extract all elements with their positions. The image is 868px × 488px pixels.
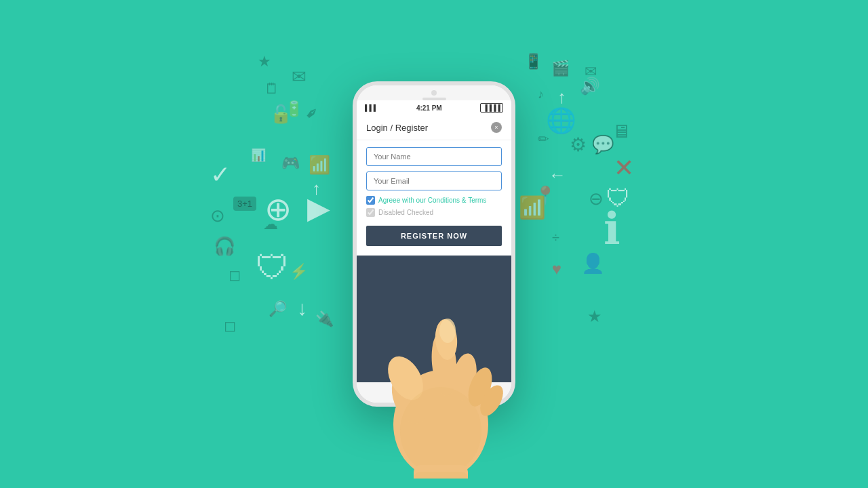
bg-icon-globe: 🌐 [546, 108, 576, 133]
bg-icon-cloud: ☁ [263, 217, 278, 232]
bg-icon-bolt: ⚡ [290, 264, 308, 279]
bg-icon-gamepad: 🎮 [281, 156, 300, 171]
bg-icon-music: ♪ [538, 88, 544, 100]
hand [373, 302, 509, 481]
agree-label: Agreee with our Conditions & Terms [378, 197, 486, 204]
bg-icon-star-right: ★ [587, 308, 602, 325]
modal-close-button[interactable]: × [491, 122, 502, 133]
bg-icon-3plus1: 3+1 [233, 197, 256, 211]
bg-icon-heart: ♥ [552, 261, 561, 277]
agree-terms-row: Agreee with our Conditions & Terms [366, 196, 502, 205]
bg-icon-doc: 🗒 [264, 81, 279, 96]
bg-icon-chat: 💬 [592, 136, 614, 153]
bg-icon-arrow-left: ← [549, 166, 566, 184]
bg-icon-battery: 🔋 [285, 102, 303, 117]
bg-icon-map: 📍 [534, 186, 556, 204]
bg-icon-up: ↑ [312, 180, 321, 197]
bg-icon-wifi-right: 📶 [519, 197, 546, 218]
bg-icon-speaker: 🔊 [580, 78, 600, 94]
bg-icon-box2: ◻ [224, 319, 236, 333]
disabled-checkbox[interactable] [366, 208, 375, 217]
time-display: 4:21 PM [416, 104, 442, 112]
status-bar: ▌▌▌ 4:21 PM ▐▐▐▐ [357, 100, 511, 115]
bg-icon-check: ✓ [210, 163, 231, 187]
bg-icon-pencil: ✏ [538, 132, 549, 146]
bg-icon-minus: ⊖ [589, 190, 604, 207]
bg-icon-wifi-left: 📶 [309, 156, 330, 174]
phone-scene: ▌▌▌ 4:21 PM ▐▐▐▐ Login / Register × [353, 81, 515, 407]
bg-icon-video: 🎬 [551, 61, 570, 76]
bg-icon-person: 👤 [581, 254, 605, 273]
name-input[interactable] [366, 147, 502, 166]
agree-checkbox[interactable] [366, 196, 375, 205]
bg-icon-headset: 🎧 [214, 237, 235, 255]
hand-svg [373, 302, 509, 479]
bg-icon-divide: ÷ [552, 230, 559, 244]
bg-icon-unlock: 🔓 [270, 105, 292, 123]
bg-icon-shield-right: 🛡 [606, 186, 631, 211]
register-button[interactable]: REGISTER NOW [366, 226, 502, 246]
bg-icon-star: ★ [258, 54, 271, 69]
bg-icon-search: ⊕ [264, 193, 292, 226]
svg-point-5 [439, 319, 456, 343]
modal-header: Login / Register × [357, 115, 511, 140]
bg-icon-bars: 📊 [251, 149, 266, 161]
modal-body: Agreee with our Conditions & Terms Disab… [357, 140, 511, 256]
svg-rect-11 [414, 472, 468, 479]
bg-icon-cancel: ✕ [614, 156, 634, 180]
disabled-label: Disabled Checked [378, 209, 433, 216]
bg-icon-magnify: 🔎 [269, 302, 287, 317]
svg-point-9 [400, 387, 481, 475]
bg-icon-box1: ◻ [229, 268, 241, 283]
battery-indicator: ▐▐▐▐ [480, 103, 503, 113]
bg-icon-sword: ✒ [301, 102, 322, 123]
bg-icon-email-left: ✉ [292, 68, 307, 85]
bg-icon-email-right: ✉ [585, 64, 597, 79]
bg-icon-play: ▶ [307, 193, 330, 223]
bg-icon-plug: 🔌 [315, 312, 334, 327]
bg-icon-info: ℹ [604, 207, 620, 251]
bg-icon-mobile: 📱 [524, 54, 542, 69]
bg-icon-arrow-down: ↓ [297, 298, 307, 319]
bg-icon-gear: ⚙ [570, 136, 587, 155]
signal-indicator: ▌▌▌ [365, 104, 378, 111]
modal-title: Login / Register [366, 123, 428, 133]
bg-icon-shield-left: 🛡 [256, 251, 290, 285]
bg-icon-arrowup-right: ↑ [557, 88, 566, 106]
disabled-checked-row: Disabled Checked [366, 208, 502, 217]
bg-icon-monitor: 🖥 [612, 122, 631, 141]
bg-icon-target: ⊙ [210, 207, 225, 224]
email-input[interactable] [366, 171, 502, 190]
